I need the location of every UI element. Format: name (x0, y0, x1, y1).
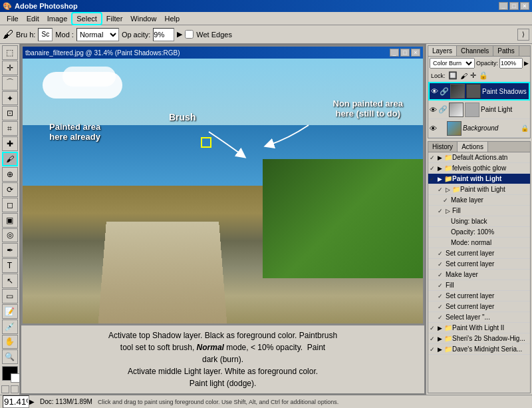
quick-mask-icon[interactable] (1, 385, 9, 393)
action-name: Using: black (451, 218, 487, 225)
tool-lasso[interactable]: ⌒ (2, 76, 18, 91)
action-using-black[interactable]: ✓ Using: black (428, 216, 530, 227)
lock-bar: Lock: 🔲 🖌 ✛ 🔒 (428, 70, 530, 82)
action-mode[interactable]: ✓ Mode: normal (428, 238, 530, 248)
menu-select[interactable]: Select (71, 12, 102, 25)
tool-brush[interactable]: 🖌 (2, 152, 18, 166)
action-name: Set current layer (446, 303, 494, 310)
background-color[interactable] (11, 373, 20, 383)
action-daves[interactable]: ✓ ▶ 📁 Dave's Midnight Seria... (428, 344, 530, 355)
menu-bar: File Edit Image Select Filter Window Hel… (0, 12, 532, 25)
tab-actions[interactable]: Actions (458, 142, 488, 152)
tool-path-select[interactable]: ↖ (2, 274, 18, 288)
action-name: Paint with Light (452, 175, 501, 182)
tool-dodge[interactable]: ◎ (2, 228, 18, 243)
instruction-line4: Activate middle Light layer. White as fo… (28, 365, 418, 377)
screen-mode-icon[interactable] (11, 385, 19, 393)
layer-eye-shadows[interactable]: 👁 (431, 87, 438, 95)
action-name: felveis gothic glow (452, 164, 506, 172)
menu-edit[interactable]: Edit (23, 13, 43, 24)
foreground-color[interactable] (2, 366, 18, 381)
action-set-layer4[interactable]: ✓ Set current layer (428, 302, 530, 312)
tool-type[interactable]: T (2, 258, 18, 273)
tool-gradient[interactable]: ▣ (2, 213, 18, 228)
tool-clone[interactable]: ⊕ (2, 167, 18, 182)
menu-image[interactable]: Image (43, 13, 72, 24)
tool-hand[interactable]: ✋ (2, 335, 18, 349)
tool-eraser[interactable]: ◻ (2, 198, 18, 212)
tab-channels[interactable]: Channels (457, 46, 493, 56)
image-maximize[interactable]: □ (400, 49, 410, 57)
image-minimize[interactable]: _ (390, 49, 399, 57)
tool-pen[interactable]: ✒ (2, 243, 18, 258)
action-folder-icon: 📁 (444, 164, 452, 172)
tool-heal[interactable]: ✚ (2, 136, 18, 151)
tool-slice[interactable]: ⌗ (2, 121, 18, 136)
tab-history[interactable]: History (428, 142, 458, 152)
minimize-button[interactable]: _ (499, 2, 508, 10)
action-item-paint-light[interactable]: ✓ ▶ 📁 Paint with Light (428, 174, 530, 184)
action-name: Default Actions.atn (452, 154, 507, 161)
layer-background[interactable]: 👁 Background 🔒 (428, 119, 530, 138)
zoom-input[interactable] (3, 395, 29, 408)
tool-history[interactable]: ⟳ (2, 182, 18, 197)
tool-notes[interactable]: 📝 (2, 304, 18, 319)
tool-marquee[interactable]: ⬚ (2, 45, 18, 60)
tab-paths[interactable]: Paths (493, 46, 519, 56)
lock-transparent-icon[interactable]: 🔲 (448, 71, 458, 80)
close-button[interactable]: × (520, 2, 529, 10)
image-close[interactable]: × (411, 49, 420, 57)
opacity-input[interactable] (153, 28, 174, 41)
maximize-button[interactable]: □ (509, 2, 519, 10)
tab-layers[interactable]: Layers (428, 46, 457, 56)
tool-magic-wand[interactable]: ✦ (2, 91, 18, 106)
tool-move[interactable]: ✛ (2, 61, 18, 75)
layer-eye-light[interactable]: 👁 (430, 106, 437, 114)
lock-move-icon[interactable]: ✛ (470, 71, 476, 80)
action-item-felveis[interactable]: ✓ ▶ 📁 felveis gothic glow (428, 163, 530, 174)
action-opacity[interactable]: ✓ Opacity: 100% (428, 227, 530, 238)
brush-size-display: Sc (38, 28, 53, 41)
opacity-arrow[interactable]: ▶ (524, 60, 529, 67)
layer-eye-bg[interactable]: 👁 (430, 124, 437, 132)
tool-zoom[interactable]: 🔍 (2, 349, 18, 364)
app-title: Adobe Photoshop (15, 2, 78, 10)
image-canvas[interactable]: Brush Non painted areahere (still to do)… (23, 59, 423, 323)
instruction-line1: Activate top Shadow layer. Black as fore… (28, 329, 418, 341)
opacity-value[interactable] (499, 58, 523, 69)
blend-mode-select[interactable]: Color Burn Normal Multiply (430, 58, 475, 69)
layer-paint-light[interactable]: 👁 🔗 Paint Light (428, 101, 530, 119)
tool-shape[interactable]: ▭ (2, 289, 18, 304)
tool-crop[interactable]: ⊡ (2, 106, 18, 120)
normal-bold: Normal (197, 343, 224, 352)
action-paint-light-ii[interactable]: ✓ ▶ 📁 Paint With Light II (428, 323, 530, 333)
action-folder-icon: 📁 (444, 154, 452, 161)
mode-select[interactable]: Normal Dissolve Multiply (76, 28, 119, 41)
layer-paint-shadows[interactable]: 👁 🔗 Paint Shadows (428, 82, 530, 101)
status-bar: ▶ Doc: 113M/1.89M Click and drag to pain… (0, 395, 532, 408)
check-icon: ✓ (430, 154, 438, 161)
lock-all-icon[interactable]: 🔒 (479, 71, 488, 80)
action-set-layer1[interactable]: ✓ Set current layer (428, 248, 530, 259)
action-make-layer2[interactable]: ✓ Make layer (428, 270, 530, 280)
status-arrow[interactable]: ▶ (29, 398, 35, 405)
action-sub-paint-light[interactable]: ✓ ▷ 📁 Paint with Light (428, 184, 530, 195)
action-fill2[interactable]: ✓ Fill (428, 280, 530, 291)
action-select-layer[interactable]: ✓ Select layer "... (428, 312, 530, 323)
action-item-default[interactable]: ✓ ▶ 📁 Default Actions.atn (428, 152, 530, 163)
action-sheris[interactable]: ✓ ▶ 📁 Sheri's 2b Shadow-Hig... (428, 333, 530, 344)
brush-options-button[interactable]: ⟩ (517, 29, 529, 41)
tool-eyedropper[interactable]: 💉 (2, 319, 18, 334)
action-set-layer2[interactable]: ✓ Set current layer (428, 259, 530, 270)
menu-window[interactable]: Window (126, 13, 160, 24)
menu-filter[interactable]: Filter (102, 13, 126, 24)
status-message: Click and drag to paint using foreground… (98, 399, 529, 405)
menu-file[interactable]: File (3, 13, 23, 24)
lock-paint-icon[interactable]: 🖌 (460, 72, 467, 80)
menu-help[interactable]: Help (160, 13, 184, 24)
layer-link-light: 🔗 (438, 105, 448, 114)
action-fill[interactable]: ✓ ▷ Fill (428, 206, 530, 216)
action-set-layer3[interactable]: ✓ Set current layer (428, 291, 530, 302)
action-make-layer[interactable]: ✓ Make layer (428, 195, 530, 206)
wet-edges-checkbox[interactable] (185, 30, 194, 39)
